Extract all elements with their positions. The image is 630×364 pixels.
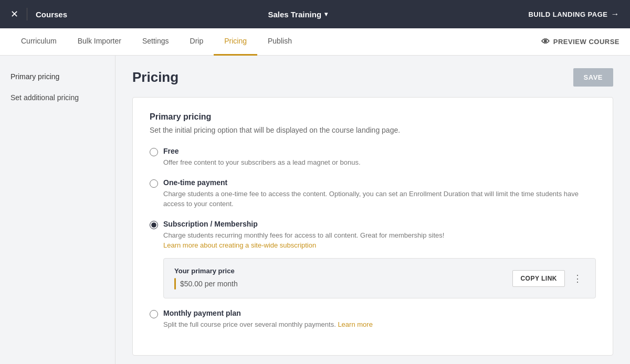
price-box-value: $50.00 per month	[174, 278, 238, 290]
sidebar: Primary pricing Set additional pricing	[0, 56, 116, 364]
top-bar-right: BUILD LANDING PAGE →	[528, 9, 620, 19]
tab-curriculum[interactable]: Curriculum	[10, 28, 67, 56]
tab-pricing[interactable]: Pricing	[214, 28, 257, 56]
free-text: Free Offer free content to your subscrib…	[163, 147, 596, 168]
more-options-button[interactable]: ⋮	[570, 271, 585, 286]
close-icon[interactable]: ✕	[10, 8, 18, 20]
monthly-plan-radio[interactable]	[150, 310, 158, 318]
one-time-title: One-time payment	[163, 178, 596, 187]
free-title: Free	[163, 147, 596, 155]
course-title-button[interactable]: Sales Training ▾	[268, 10, 328, 19]
course-title-text: Sales Training	[268, 10, 321, 19]
top-bar-center: Sales Training ▾	[67, 10, 528, 19]
monthly-plan-desc-text: Split the full course price over several…	[163, 320, 336, 328]
pricing-option-monthly-plan: Monthly payment plan Split the full cour…	[150, 309, 596, 330]
one-time-text: One-time payment Charge students a one-t…	[163, 178, 596, 209]
one-time-radio[interactable]	[150, 179, 158, 188]
content-area: Pricing SAVE Primary pricing Set the ini…	[116, 56, 630, 364]
courses-label: Courses	[36, 10, 67, 19]
eye-icon: 👁	[541, 37, 550, 47]
price-box-actions: COPY LINK ⋮	[512, 270, 585, 287]
pricing-option-one-time: One-time payment Charge students a one-t…	[150, 178, 596, 209]
page-header: Pricing SAVE	[132, 68, 613, 87]
free-label[interactable]: Free Offer free content to your subscrib…	[150, 147, 596, 168]
tab-settings[interactable]: Settings	[132, 28, 180, 56]
price-amount: $50.00 per month	[180, 280, 238, 288]
tab-nav-items: Curriculum Bulk Importer Settings Drip P…	[10, 28, 541, 56]
subscription-title: Subscription / Membership	[163, 220, 596, 228]
save-button[interactable]: SAVE	[573, 68, 613, 87]
free-radio[interactable]	[150, 148, 158, 156]
top-bar-left: ✕ Courses	[10, 8, 67, 20]
preview-course-label: PREVIEW COURSE	[553, 38, 620, 46]
tab-nav: Curriculum Bulk Importer Settings Drip P…	[0, 28, 630, 56]
subscription-radio[interactable]	[150, 221, 158, 229]
free-desc: Offer free content to your subscribers a…	[163, 157, 596, 168]
sidebar-item-additional-pricing[interactable]: Set additional pricing	[0, 87, 115, 108]
price-bar-accent	[174, 278, 176, 290]
subscription-desc: Charge students recurring monthly fees f…	[163, 230, 596, 241]
copy-link-button[interactable]: COPY LINK	[512, 270, 565, 287]
main-layout: Primary pricing Set additional pricing P…	[0, 56, 630, 364]
subscription-learn-more-link[interactable]: Learn more about creating a site-wide su…	[163, 241, 316, 249]
monthly-plan-text: Monthly payment plan Split the full cour…	[163, 309, 596, 330]
divider	[27, 8, 27, 20]
subscription-text: Subscription / Membership Charge student…	[163, 220, 596, 250]
subscription-label[interactable]: Subscription / Membership Charge student…	[150, 220, 596, 250]
preview-course-button[interactable]: 👁 PREVIEW COURSE	[541, 37, 620, 47]
top-bar: ✕ Courses Sales Training ▾ BUILD LANDING…	[0, 0, 630, 28]
pricing-option-free: Free Offer free content to your subscrib…	[150, 147, 596, 168]
price-box-left: Your primary price $50.00 per month	[174, 267, 238, 290]
one-time-label[interactable]: One-time payment Charge students a one-t…	[150, 178, 596, 209]
primary-price-box: Your primary price $50.00 per month COPY…	[163, 258, 596, 298]
tab-publish[interactable]: Publish	[257, 28, 302, 56]
monthly-plan-label[interactable]: Monthly payment plan Split the full cour…	[150, 309, 596, 330]
page-title: Pricing	[132, 69, 178, 85]
price-box-label: Your primary price	[174, 267, 238, 275]
sidebar-item-primary-pricing[interactable]: Primary pricing	[0, 66, 115, 87]
build-landing-label: BUILD LANDING PAGE	[528, 10, 607, 18]
monthly-plan-title: Monthly payment plan	[163, 309, 596, 317]
monthly-plan-desc: Split the full course price over several…	[163, 319, 596, 330]
chevron-down-icon: ▾	[324, 10, 328, 18]
one-time-desc: Charge students a one-time fee to access…	[163, 189, 596, 209]
primary-pricing-desc: Set the initial pricing option that will…	[150, 126, 596, 134]
pricing-option-subscription: Subscription / Membership Charge student…	[150, 220, 596, 299]
tab-bulk-importer[interactable]: Bulk Importer	[67, 28, 132, 56]
pricing-card: Primary pricing Set the initial pricing …	[132, 97, 613, 356]
primary-pricing-title: Primary pricing	[150, 112, 596, 122]
monthly-learn-more-link[interactable]: Learn more	[338, 320, 372, 328]
tab-nav-right: 👁 PREVIEW COURSE	[541, 37, 620, 47]
arrow-right-icon: →	[611, 9, 620, 19]
build-landing-button[interactable]: BUILD LANDING PAGE →	[528, 9, 620, 19]
tab-drip[interactable]: Drip	[180, 28, 214, 56]
